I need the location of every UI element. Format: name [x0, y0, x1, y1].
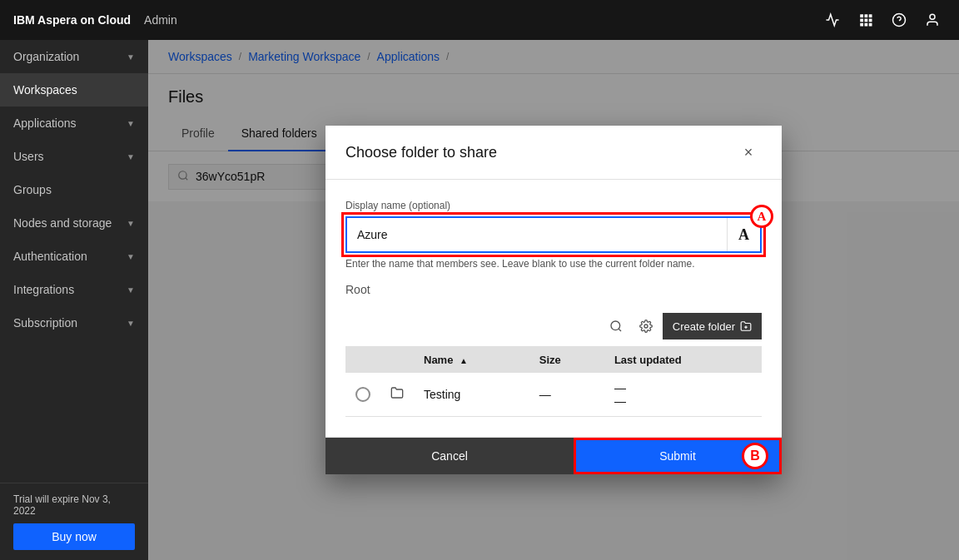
file-table: Name ▲ Size Last updated [345, 347, 762, 417]
folder-icon [390, 388, 404, 402]
row-size: — [529, 373, 604, 417]
app-brand: IBM Aspera on Cloud [13, 13, 131, 27]
user-icon[interactable] [919, 7, 946, 33]
svg-line-16 [619, 329, 621, 331]
row-name: Testing [414, 373, 529, 417]
svg-rect-7 [865, 23, 868, 27]
modal-footer: Cancel Submit B [325, 437, 782, 474]
sidebar-item-organization[interactable]: Organization ▼ [0, 40, 148, 73]
sidebar-item-workspaces[interactable]: Workspaces [0, 73, 148, 107]
display-name-label: Display name (optional) [345, 200, 762, 211]
buy-now-button[interactable]: Buy now [13, 523, 135, 550]
navbar: IBM Aspera on Cloud Admin [0, 0, 959, 40]
svg-point-11 [930, 14, 935, 19]
radio-cell[interactable] [345, 373, 380, 417]
admin-label: Admin [144, 13, 177, 27]
sidebar-item-users[interactable]: Users ▼ [0, 140, 148, 173]
cancel-button[interactable]: Cancel [325, 438, 574, 474]
svg-rect-6 [860, 23, 863, 27]
file-browser-settings-button[interactable] [633, 313, 659, 339]
main-content: Workspaces / Marketing Workspace / Appli… [148, 40, 959, 560]
th-name[interactable]: Name ▲ [414, 347, 529, 373]
svg-rect-4 [865, 19, 868, 22]
th-selector [345, 347, 380, 373]
svg-rect-1 [865, 14, 868, 17]
chevron-icon: ▼ [127, 52, 135, 62]
sidebar-item-integrations[interactable]: Integrations ▼ [0, 273, 148, 306]
svg-rect-2 [869, 14, 872, 17]
chevron-icon: ▼ [127, 152, 135, 161]
sidebar-item-subscription[interactable]: Subscription ▼ [0, 306, 148, 339]
chevron-icon: ▼ [127, 219, 135, 228]
annotation-a-badge: A [750, 205, 773, 228]
table-row: Testing — — — [345, 373, 762, 417]
layout: Organization ▼ Workspaces Applications ▼… [0, 40, 959, 560]
sidebar-item-nodes-storage[interactable]: Nodes and storage ▼ [0, 206, 148, 240]
input-container: A A [345, 216, 762, 253]
modal-header: Choose folder to share × [325, 126, 782, 180]
svg-rect-5 [869, 19, 872, 22]
modal-close-button[interactable]: × [735, 139, 762, 166]
submit-container: Submit B [574, 438, 782, 474]
th-folder-icon [380, 347, 414, 373]
svg-point-17 [644, 325, 648, 328]
modal: Choose folder to share × Display name (o… [325, 126, 782, 474]
chevron-icon: ▼ [127, 285, 135, 295]
sidebar-bottom: Trial will expire Nov 3, 2022 Buy now [0, 483, 148, 560]
svg-rect-8 [869, 23, 872, 27]
sort-icon: ▲ [460, 356, 468, 365]
annotation-b-badge: B [742, 443, 768, 469]
apps-icon[interactable] [852, 7, 879, 33]
display-name-input-wrapper: A [345, 216, 762, 253]
modal-overlay: Choose folder to share × Display name (o… [148, 40, 959, 560]
activity-icon[interactable] [819, 7, 846, 33]
modal-body: Display name (optional) A A Enter the na… [325, 180, 782, 437]
svg-rect-3 [860, 19, 863, 22]
root-label: Root [345, 283, 762, 296]
navbar-right [819, 7, 946, 33]
svg-rect-0 [860, 14, 863, 17]
display-name-hint: Enter the name that members see. Leave b… [345, 258, 762, 270]
row-radio-button[interactable] [355, 387, 370, 402]
sidebar-item-groups[interactable]: Groups [0, 173, 148, 206]
sidebar: Organization ▼ Workspaces Applications ▼… [0, 40, 148, 560]
file-browser-search-button[interactable] [603, 313, 629, 339]
modal-title: Choose folder to share [345, 144, 497, 161]
table-header-row: Name ▲ Size Last updated [345, 347, 762, 373]
chevron-icon: ▼ [127, 319, 135, 328]
folder-icon-cell [380, 373, 414, 417]
create-folder-button[interactable]: Create folder [663, 313, 762, 339]
display-name-input[interactable] [347, 221, 727, 248]
chevron-icon: ▼ [127, 119, 135, 128]
th-last-updated: Last updated [604, 347, 762, 373]
trial-text: Trial will expire Nov 3, 2022 [13, 493, 135, 517]
help-icon[interactable] [886, 7, 912, 33]
svg-point-15 [611, 321, 620, 330]
chevron-icon: ▼ [127, 252, 135, 261]
display-name-group: Display name (optional) A A Enter the na… [345, 200, 762, 270]
navbar-left: IBM Aspera on Cloud Admin [13, 13, 177, 27]
file-browser-toolbar: Create folder [345, 306, 762, 347]
th-size: Size [529, 347, 604, 373]
sidebar-item-authentication[interactable]: Authentication ▼ [0, 240, 148, 273]
sidebar-item-applications[interactable]: Applications ▼ [0, 107, 148, 140]
row-last-updated: — — [604, 373, 762, 417]
